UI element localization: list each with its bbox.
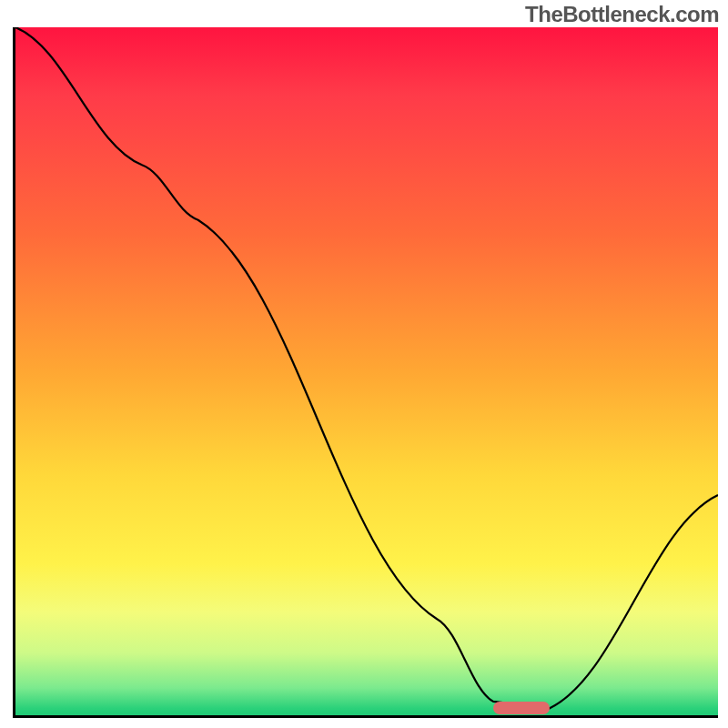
optimal-range-marker [493,702,550,714]
watermark-text: TheBottleneck.com [525,2,719,27]
plot-area [13,27,718,718]
bottleneck-chart: TheBottleneck.com [0,0,728,728]
bottleneck-curve-path [15,27,718,708]
curve-svg [15,27,718,715]
